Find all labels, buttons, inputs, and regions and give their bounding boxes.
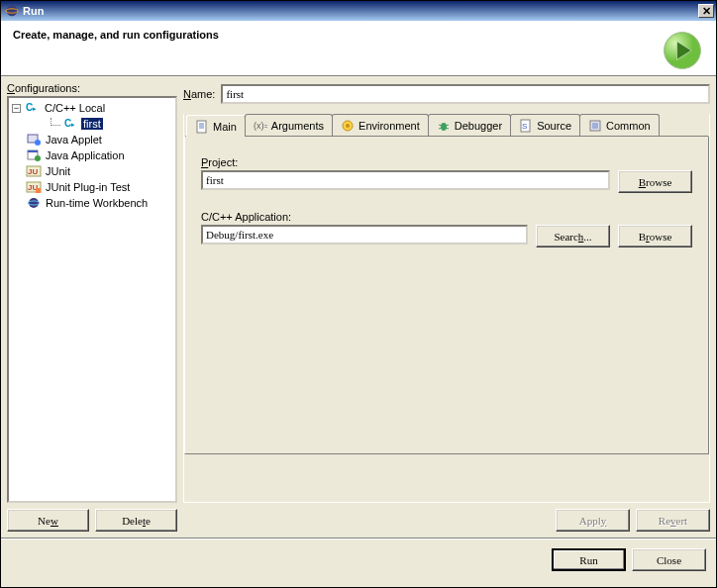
c-icon: C▸ <box>25 100 41 116</box>
tab-label: Main <box>213 121 237 133</box>
right-panel: Name: Main (x)= Arguments Environment <box>183 82 710 532</box>
titlebar: Run ✕ <box>1 1 716 21</box>
tab-label: Source <box>537 120 571 132</box>
junit-icon: JU <box>26 163 42 179</box>
tab-label: Environment <box>358 120 420 132</box>
tree-item-java-app[interactable]: Java Application <box>11 147 173 163</box>
svg-text:▸: ▸ <box>33 105 37 112</box>
main-area: Configurations: − C▸ C/C++ Local C▸ firs… <box>1 76 716 538</box>
project-group: Project: Browse <box>201 156 692 193</box>
tree-label: first <box>81 118 103 130</box>
run-play-icon <box>661 29 704 72</box>
environment-icon <box>341 119 355 133</box>
search-button[interactable]: Search... <box>536 225 610 247</box>
tree-item-runtime-workbench[interactable]: Run-time Workbench <box>11 195 173 211</box>
tree-connector <box>51 118 60 126</box>
tree-label: Run-time Workbench <box>44 197 150 209</box>
tree-item-cpp-local[interactable]: − C▸ C/C++ Local <box>11 100 173 116</box>
common-icon <box>588 119 602 133</box>
tab-debugger[interactable]: Debugger <box>428 114 511 136</box>
tab-body-main: Project: Browse C/C++ Application: Searc… <box>184 136 709 454</box>
tab-arguments[interactable]: (x)= Arguments <box>245 114 333 136</box>
arguments-icon: (x)= <box>254 119 267 133</box>
svg-point-0 <box>7 6 18 17</box>
application-label: C/C++ Application: <box>201 211 692 223</box>
bug-icon <box>437 119 451 133</box>
project-input[interactable] <box>201 170 610 190</box>
configurations-tree[interactable]: − C▸ C/C++ Local C▸ first Java Applet Ja… <box>7 96 177 503</box>
tree-item-junit-plugin[interactable]: JU JUnit Plug-in Test <box>11 179 173 195</box>
svg-point-26 <box>346 124 350 128</box>
dialog-header: Create, manage, and run configurations <box>1 21 716 76</box>
workbench-icon <box>26 195 42 211</box>
eclipse-icon <box>5 4 19 18</box>
app-browse-button[interactable]: Browse <box>618 225 692 247</box>
project-browse-button[interactable]: Browse <box>618 170 692 193</box>
svg-text:(x)=: (x)= <box>254 121 267 131</box>
dialog-footer: Run Close <box>1 538 716 583</box>
tree-item-first[interactable]: C▸ first <box>11 116 173 132</box>
svg-point-9 <box>35 140 41 146</box>
svg-rect-17 <box>36 188 41 193</box>
tree-buttons: New Delete <box>7 509 177 532</box>
name-input[interactable] <box>221 84 710 104</box>
file-icon <box>195 120 209 134</box>
tab-label: Arguments <box>271 120 324 132</box>
tree-label: C/C++ Local <box>43 102 107 114</box>
delete-button[interactable]: Delete <box>95 509 177 532</box>
revert-button[interactable]: Revert <box>636 509 710 532</box>
close-button[interactable]: Close <box>632 548 706 571</box>
junit-plugin-icon: JU <box>26 179 42 195</box>
header-text: Create, manage, and run configurations <box>13 29 219 41</box>
tree-label: Java Application <box>44 149 127 161</box>
apply-revert-row: Apply Revert <box>183 509 710 532</box>
application-group: C/C++ Application: Search... Browse <box>201 211 692 247</box>
apply-button[interactable]: Apply <box>556 509 630 532</box>
svg-text:S: S <box>522 122 527 131</box>
svg-point-27 <box>441 123 447 131</box>
svg-text:JU: JU <box>28 167 38 176</box>
name-row: Name: <box>183 84 710 104</box>
name-label: Name: <box>183 88 215 100</box>
tab-strip: Main (x)= Arguments Environment Debugger… <box>186 114 709 136</box>
tree-item-java-applet[interactable]: Java Applet <box>11 132 173 147</box>
svg-rect-20 <box>197 121 206 133</box>
applet-icon <box>26 132 42 147</box>
application-input[interactable] <box>201 225 528 245</box>
java-app-icon <box>26 147 42 163</box>
svg-point-18 <box>29 198 39 208</box>
expand-toggle-icon[interactable]: − <box>12 104 21 113</box>
svg-point-12 <box>35 155 41 161</box>
run-button[interactable]: Run <box>552 548 626 571</box>
configurations-label: Configurations: <box>7 82 177 94</box>
tree-label: JUnit Plug-in Test <box>44 181 132 193</box>
tab-environment[interactable]: Environment <box>332 114 429 136</box>
tab-common[interactable]: Common <box>579 114 660 136</box>
left-panel: Configurations: − C▸ C/C++ Local C▸ firs… <box>7 82 177 532</box>
tab-main[interactable]: Main <box>186 115 246 137</box>
tab-label: Debugger <box>455 120 502 132</box>
c-icon: C▸ <box>63 116 79 132</box>
svg-text:▸: ▸ <box>71 121 75 128</box>
tree-label: JUnit <box>44 165 72 177</box>
tab-label: Common <box>606 120 651 132</box>
new-button[interactable]: New <box>7 509 89 532</box>
window-title: Run <box>23 5 698 17</box>
tab-container: Main (x)= Arguments Environment Debugger… <box>183 114 710 503</box>
tab-source[interactable]: S Source <box>510 114 580 136</box>
project-label: Project: <box>201 156 692 168</box>
svg-rect-11 <box>28 150 38 152</box>
window-close-button[interactable]: ✕ <box>698 4 714 18</box>
tree-item-junit[interactable]: JU JUnit <box>11 163 173 179</box>
source-icon: S <box>519 119 533 133</box>
tree-label: Java Applet <box>44 134 104 146</box>
